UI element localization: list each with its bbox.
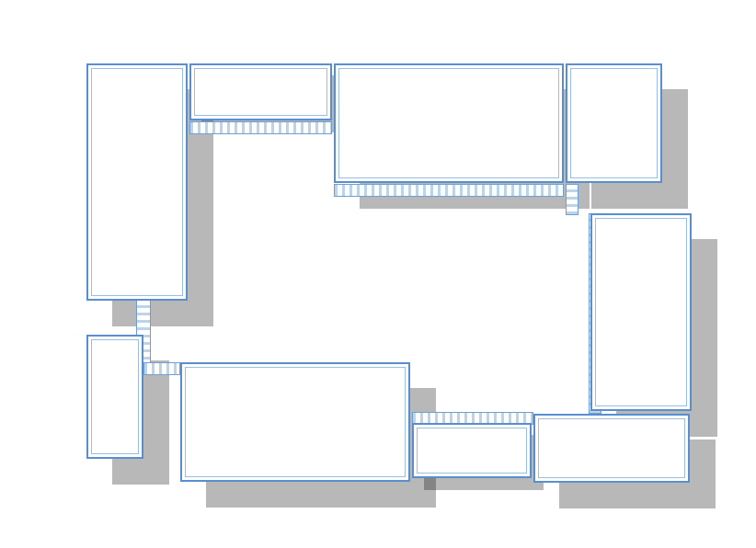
- block-se: [533, 414, 690, 483]
- block-s-wide: [180, 362, 410, 482]
- block-sw-low: [86, 335, 143, 459]
- block-nw-tall: [86, 63, 188, 301]
- block-ne: [566, 63, 662, 183]
- wall-s1: [143, 362, 180, 375]
- block-s-connector: [412, 423, 532, 478]
- wall-ne: [566, 184, 578, 215]
- wall-n2: [334, 184, 564, 197]
- block-n-connector: [189, 63, 332, 120]
- wall-nw: [189, 121, 332, 134]
- block-e-tall: [590, 213, 692, 411]
- diagram-canvas: [0, 0, 756, 548]
- block-n-wide: [334, 63, 564, 183]
